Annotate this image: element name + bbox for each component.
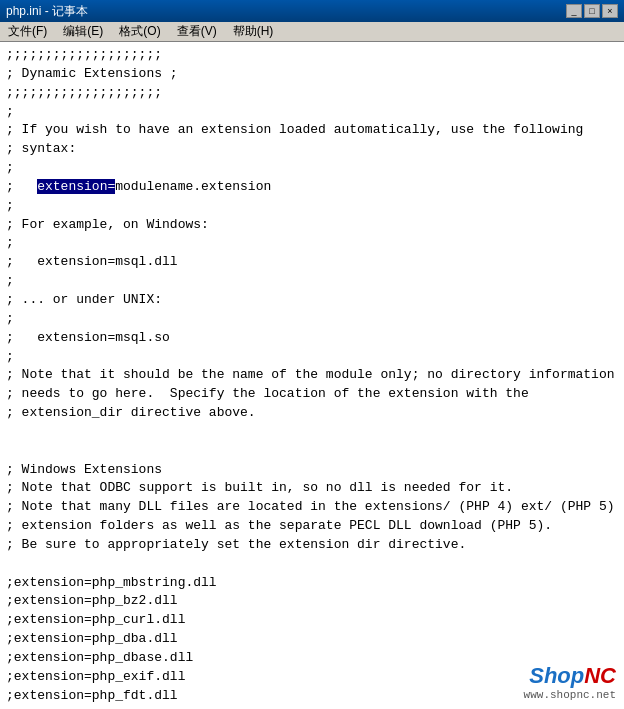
menu-edit[interactable]: 编辑(E): [55, 22, 111, 41]
code-text: ;;;;;;;;;;;;;;;;;;;; ; Dynamic Extension…: [6, 46, 618, 709]
title-bar: php.ini - 记事本 _ □ ×: [0, 0, 624, 22]
menu-help[interactable]: 帮助(H): [225, 22, 282, 41]
maximize-button[interactable]: □: [584, 4, 600, 18]
window-title: php.ini - 记事本: [6, 3, 566, 20]
highlighted-text: extension=: [37, 179, 115, 194]
content-area[interactable]: ;;;;;;;;;;;;;;;;;;;; ; Dynamic Extension…: [0, 42, 624, 709]
menu-format[interactable]: 格式(O): [111, 22, 168, 41]
close-button[interactable]: ×: [602, 4, 618, 18]
minimize-button[interactable]: _: [566, 4, 582, 18]
menu-bar: 文件(F) 编辑(E) 格式(O) 查看(V) 帮助(H): [0, 22, 624, 42]
title-bar-buttons[interactable]: _ □ ×: [566, 4, 618, 18]
menu-file[interactable]: 文件(F): [0, 22, 55, 41]
menu-view[interactable]: 查看(V): [169, 22, 225, 41]
